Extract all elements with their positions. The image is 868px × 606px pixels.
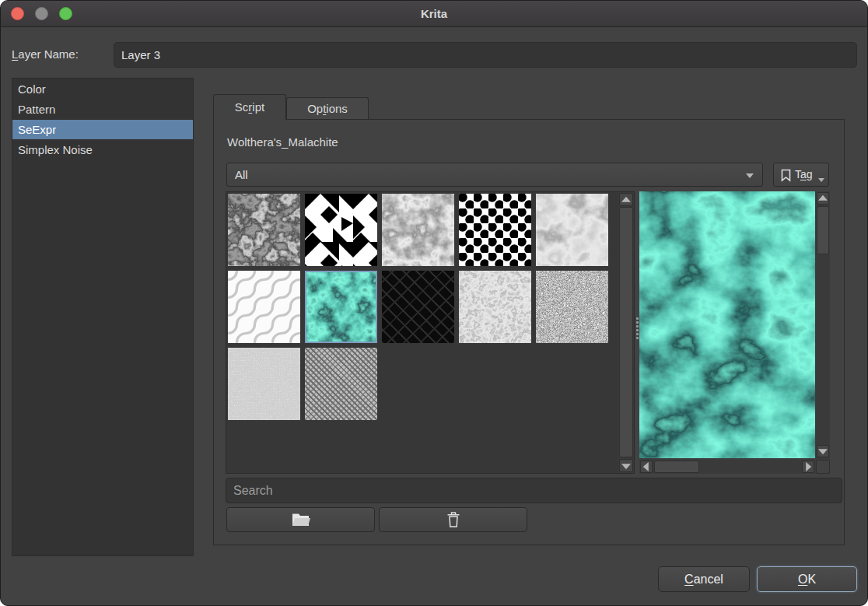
tag-filter-value: All [235,168,248,181]
scrollbar-corner [816,460,830,474]
pattern-preview-pane [639,191,830,474]
pattern-thumbnail-malachite-green-selected[interactable] [305,271,377,343]
pattern-thumbnail-dark-speckle[interactable] [536,271,608,343]
tag-button-label: Tag [795,168,813,180]
chevron-down-icon [746,173,754,178]
pattern-thumbnail-diagonal-weave[interactable] [305,348,377,420]
splitter-dots-icon [636,316,639,341]
scroll-up-button[interactable] [619,193,633,206]
preview-h-scrollbar-thumb[interactable] [654,461,699,473]
pattern-thumbnail-soft-clouds[interactable] [536,194,608,266]
ok-button[interactable]: OK [757,566,857,592]
preview-scrollbar-horizontal[interactable] [639,460,815,474]
grid-scrollbar-vertical[interactable] [618,192,634,473]
title-bar[interactable]: Krita [1,1,867,27]
window-title: Krita [1,1,867,27]
pattern-thumbnail-truchet-circles[interactable] [228,271,300,343]
pattern-thumbnail-halftone-dots[interactable] [459,194,531,266]
script-tab-panel: Wolthera's_Malachite All Tag [213,119,845,545]
chevron-down-icon [818,178,824,182]
folder-icon [292,513,310,527]
scroll-down-button[interactable] [619,459,633,472]
tab-script[interactable]: Script [213,94,286,120]
pattern-thumbnail-dark-maze[interactable] [382,271,454,343]
bookmark-icon [781,169,791,182]
pattern-grid [226,191,635,474]
pattern-thumbnail-gray-marble-noise[interactable] [382,194,454,266]
pattern-thumbnail-black-white-triangles[interactable] [305,194,377,266]
preview-scrollbar-vertical[interactable] [816,191,830,458]
layer-name-input[interactable] [114,42,857,68]
tab-options[interactable]: Options [286,97,369,120]
import-resource-button[interactable] [226,507,375,532]
layer-name-label: Layer Name: [12,47,79,61]
scroll-left-button[interactable] [640,461,653,473]
pattern-thumbnail-dark-marble-noise[interactable] [228,194,300,266]
tag-button[interactable]: Tag [773,163,829,187]
krita-dialog-window: Krita Layer Name: Color Pattern SeExpr S… [0,0,868,606]
delete-resource-button[interactable] [379,507,527,532]
pattern-preview-image[interactable] [639,191,815,458]
search-input[interactable] [226,478,842,503]
scroll-down-button[interactable] [817,445,829,457]
preview-v-scrollbar-thumb[interactable] [817,206,829,254]
type-list-item-simplex-noise[interactable]: Simplex Noise [12,140,193,159]
type-list-item-pattern[interactable]: Pattern [12,100,193,119]
tag-filter-dropdown[interactable]: All [226,163,763,187]
scroll-up-button[interactable] [817,192,829,205]
type-list-item-color[interactable]: Color [12,79,193,99]
grid-scrollbar-thumb[interactable] [619,207,633,457]
cancel-button[interactable]: Cancel [658,566,750,592]
trash-icon [446,512,460,528]
generator-type-list: Color Pattern SeExpr Simplex Noise [12,78,194,556]
type-list-item-seexpr[interactable]: SeExpr [12,120,193,139]
pattern-thumbnail-fine-grain-gray[interactable] [228,348,300,420]
selected-resource-name: Wolthera's_Malachite [227,135,338,149]
scroll-right-button[interactable] [802,461,814,473]
pattern-thumbnail-rough-gray-noise[interactable] [459,271,531,343]
